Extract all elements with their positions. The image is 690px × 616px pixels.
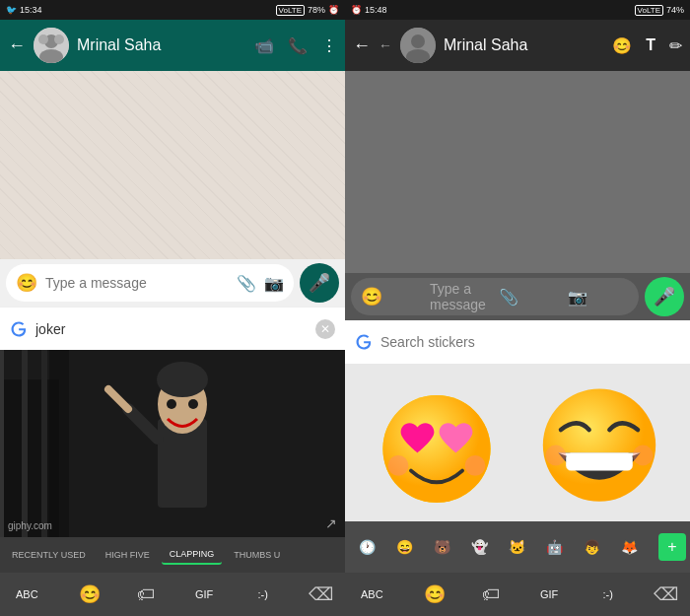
sticker-heart-eyes[interactable]: [368, 374, 506, 512]
giphy-watermark: giphy.com: [8, 520, 52, 531]
right-abc-button[interactable]: ABC: [353, 584, 391, 604]
attach-button[interactable]: 📎: [237, 274, 256, 293]
back-button[interactable]: ←: [8, 35, 26, 56]
tab-recently-used[interactable]: RECENTLY USED: [4, 546, 94, 564]
right-mic-icon: 🎤: [654, 286, 675, 308]
right-gif-button[interactable]: GIF: [532, 584, 566, 604]
abc-button[interactable]: ABC: [8, 584, 46, 604]
right-tab-robot[interactable]: 🤖: [536, 529, 572, 565]
right-keyboard-tabs: 🕐 😄 🐻 👻 🐱 🤖 👦 🦊 +: [345, 521, 690, 573]
right-message-placeholder: Type a message: [430, 281, 491, 312]
right-message-input: 😊 Type a message 📎 📷 🎤: [345, 273, 690, 320]
svg-point-3: [38, 34, 48, 44]
right-tab-fox[interactable]: 🦊: [611, 529, 647, 565]
add-sticker-pack-button[interactable]: +: [658, 533, 686, 561]
gif-results: giphy.com ↗: [0, 350, 345, 537]
emoticon-button[interactable]: :-): [249, 584, 275, 604]
video-call-icon[interactable]: 📹: [254, 36, 274, 55]
svg-point-24: [464, 455, 485, 476]
tab-high-five[interactable]: HIGH FIVE: [98, 546, 158, 564]
joker-svg: [0, 350, 345, 537]
svg-point-11: [167, 399, 176, 409]
right-back-button2[interactable]: ←: [379, 37, 392, 53]
search-clear-button[interactable]: ✕: [315, 319, 335, 339]
emoji-button[interactable]: 😊: [16, 272, 37, 294]
header-icons: 📹 📞 ⋮: [254, 36, 337, 55]
message-input-box: 😊 📎 📷: [6, 264, 294, 302]
right-tab-ghost[interactable]: 👻: [461, 529, 497, 565]
svg-point-27: [545, 445, 566, 466]
tab-thumbs-up[interactable]: THUMBS U: [226, 546, 288, 564]
right-camera-button[interactable]: 📷: [568, 288, 629, 307]
tab-clapping[interactable]: CLAPPING: [162, 545, 223, 565]
sticker-search-input[interactable]: [380, 334, 680, 350]
message-input-area: 😊 📎 📷 🎤: [0, 259, 345, 307]
right-edit-icon[interactable]: ✏: [669, 36, 682, 55]
right-contact-avatar: [400, 28, 436, 63]
sticker-laughing-svg: [535, 378, 663, 507]
right-emoji-button[interactable]: 😊: [361, 286, 422, 308]
right-text-icon[interactable]: T: [646, 36, 656, 55]
mic-button[interactable]: 🎤: [300, 263, 339, 303]
right-delete-button[interactable]: ⌫: [650, 580, 682, 609]
svg-point-4: [54, 34, 64, 44]
sticker-keyboard-icon[interactable]: 🏷: [133, 581, 159, 609]
right-tab-person[interactable]: 👦: [574, 529, 609, 565]
right-emoji-keyboard-icon[interactable]: 😊: [420, 580, 449, 609]
status-time: 15:34: [20, 5, 42, 15]
call-icon[interactable]: 📞: [288, 36, 308, 55]
external-link-icon[interactable]: ↗: [325, 515, 337, 531]
right-keyboard-bottom: ABC 😊 🏷 GIF :-) ⌫: [345, 573, 690, 616]
sticker-laughing[interactable]: [530, 374, 668, 512]
right-signal-indicator: VoLTE: [635, 5, 663, 16]
right-message-input-box: 😊 Type a message 📎 📷: [351, 278, 639, 315]
right-tab-recent[interactable]: 🕐: [349, 529, 384, 565]
right-tab-cat[interactable]: 🐱: [499, 529, 534, 565]
sticker-results: [345, 364, 690, 521]
right-chat-body: [345, 71, 690, 273]
svg-rect-7: [49, 350, 69, 537]
right-sticker-keyboard-icon[interactable]: 🏷: [478, 581, 504, 609]
right-tab-bear[interactable]: 🐻: [424, 529, 459, 565]
right-tab-emoji[interactable]: 😄: [386, 529, 422, 565]
right-header-icons: 😊 T ✏: [612, 36, 682, 55]
contact-name: Mrinal Saha: [77, 36, 246, 54]
right-status-right: VoLTE 74%: [635, 5, 684, 16]
gif-item-joker[interactable]: giphy.com ↗: [0, 350, 345, 537]
menu-icon[interactable]: ⋮: [321, 36, 337, 55]
left-status-bar: 🐦 15:34 VoLTE 78% ⏰: [0, 0, 345, 20]
left-chat-body: [0, 71, 345, 259]
gif-search-input[interactable]: [35, 321, 308, 337]
keyboard-tabs: RECENTLY USED HIGH FIVE CLAPPING THUMBS …: [0, 537, 345, 573]
mic-icon: 🎤: [309, 272, 330, 294]
twitter-icon: 🐦: [6, 5, 17, 15]
right-status-time: 15:48: [365, 5, 387, 15]
google-search-bar: ✕: [0, 307, 345, 350]
battery-level: 78%: [308, 5, 325, 15]
message-input[interactable]: [45, 275, 229, 291]
svg-point-10: [157, 362, 208, 397]
emoji-keyboard-icon[interactable]: 😊: [75, 580, 104, 609]
right-emoji-icon[interactable]: 😊: [612, 36, 632, 55]
chat-wallpaper: [0, 71, 345, 259]
status-bar-left: 🐦 15:34: [6, 5, 42, 15]
delete-button[interactable]: ⌫: [305, 580, 337, 609]
right-back-button[interactable]: ←: [353, 35, 371, 56]
right-mic-button[interactable]: 🎤: [645, 277, 684, 316]
left-panel: 🐦 15:34 VoLTE 78% ⏰ ← Mrinal Saha 📹 📞 ⋮: [0, 0, 345, 616]
gif-button[interactable]: GIF: [187, 584, 221, 604]
camera-button[interactable]: 📷: [264, 274, 284, 293]
right-google-logo: [355, 333, 373, 351]
right-alarm-icon: ⏰: [351, 5, 362, 15]
sticker-heart-eyes-svg: [373, 378, 501, 507]
svg-rect-26: [566, 452, 633, 470]
right-emoticon-button[interactable]: :-): [594, 584, 620, 604]
google-logo: [10, 320, 28, 338]
right-status-left: ⏰ 15:48: [351, 5, 387, 15]
right-contact-name: Mrinal Saha: [444, 36, 604, 54]
svg-point-23: [387, 455, 408, 476]
sticker-search-bar: [345, 320, 690, 364]
right-status-bar: ⏰ 15:48 VoLTE 74%: [345, 0, 690, 20]
right-attach-button[interactable]: 📎: [499, 288, 560, 307]
svg-point-22: [382, 395, 490, 503]
